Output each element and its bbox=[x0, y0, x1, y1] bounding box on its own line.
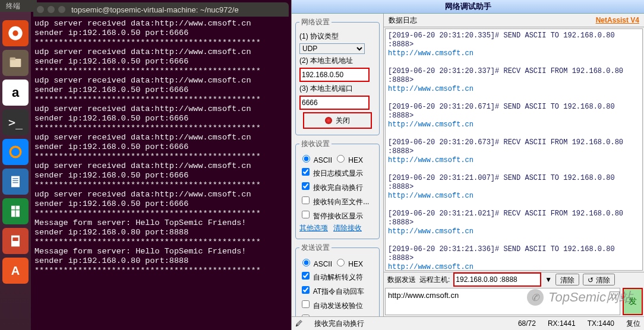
status-bar: 🖉 接收完自动换行 68/72 RX:1441 TX:1440 复位 bbox=[292, 316, 644, 330]
svg-point-5 bbox=[11, 148, 20, 156]
terminal-titlebar: topsemic@topsemic-virtual-machine: ~/nuc… bbox=[33, 2, 289, 17]
data-log-area[interactable]: [2019-06-20 20:31:20.335]# SEND ASCII TO… bbox=[385, 28, 643, 271]
recv-logmode-check[interactable]: 按日志模式显示 bbox=[299, 166, 363, 179]
terminal-output[interactable]: udp server received data:http://www.cmso… bbox=[31, 17, 291, 330]
amazon-icon[interactable]: a bbox=[2, 80, 29, 106]
clear-send-button[interactable]: 清除 bbox=[555, 274, 579, 285]
protocol-select[interactable]: UDP bbox=[299, 43, 365, 54]
other-options-link[interactable]: 其他选项 bbox=[299, 223, 328, 233]
data-log-header: 数据日志 bbox=[389, 15, 417, 26]
recv-pause-check[interactable]: 暂停接收区显示 bbox=[299, 209, 363, 221]
send-ascii-radio[interactable]: ASCII bbox=[299, 257, 332, 268]
clear-button-2[interactable]: ↺ 清除 bbox=[583, 274, 614, 285]
ubuntu-launcher: a >_ A bbox=[0, 0, 31, 330]
send-escape-check[interactable]: 自动解析转义符 bbox=[299, 270, 363, 283]
recv-settings-legend: 接收设置 bbox=[299, 139, 332, 149]
window-close-icon[interactable] bbox=[37, 6, 44, 13]
netassist-titlebar: 网络调试助手 bbox=[292, 0, 644, 14]
remote-host-label: 远程主机: bbox=[419, 275, 450, 285]
local-ip-input[interactable] bbox=[299, 68, 370, 82]
svg-rect-3 bbox=[10, 58, 15, 61]
network-settings-group: 网络设置 (1) 协议类型 UDP (2) 本地主机地址 (3) 本地主机端口 … bbox=[295, 17, 380, 135]
svg-rect-14 bbox=[12, 237, 18, 241]
send-at-check[interactable]: AT指令自动回车 bbox=[299, 284, 364, 297]
window-max-icon[interactable] bbox=[58, 6, 65, 13]
network-settings-legend: 网络设置 bbox=[299, 17, 332, 27]
recv-ascii-radio[interactable]: ASCII bbox=[299, 153, 332, 164]
send-checksum-check[interactable]: 自动发送校验位 bbox=[299, 299, 363, 311]
firefox-icon[interactable] bbox=[2, 139, 29, 165]
send-hex-radio[interactable]: HEX bbox=[334, 257, 363, 268]
data-send-header: 数据发送 bbox=[387, 275, 416, 285]
remote-host-input[interactable] bbox=[453, 272, 541, 287]
recv-settings-group: 接收设置 ASCII HEX 按日志模式显示 接收完自动换行 接收转向至文件..… bbox=[295, 139, 380, 239]
status-rx: RX:1441 bbox=[548, 319, 576, 328]
writer-icon[interactable] bbox=[2, 169, 29, 195]
software-icon[interactable]: A bbox=[2, 258, 29, 284]
recv-autowrap-check[interactable]: 接收完自动换行 bbox=[299, 180, 363, 193]
clear-recv-link[interactable]: 清除接收 bbox=[333, 223, 362, 233]
send-textarea[interactable]: http://www.cmsoft.cn bbox=[385, 288, 620, 315]
protocol-label: (1) 协议类型 bbox=[299, 31, 375, 42]
svg-rect-8 bbox=[12, 180, 18, 181]
svg-point-1 bbox=[12, 30, 18, 36]
settings-panel: 网络设置 (1) 协议类型 UDP (2) 本地主机地址 (3) 本地主机端口 … bbox=[292, 14, 384, 316]
recv-hex-radio[interactable]: HEX bbox=[334, 153, 363, 164]
svg-rect-6 bbox=[11, 176, 20, 188]
calc-icon[interactable] bbox=[2, 198, 29, 224]
remote-dropdown-icon[interactable]: ▼ bbox=[545, 275, 552, 284]
terminal-tab-label: 终端 bbox=[0, 0, 37, 12]
terminal-icon[interactable]: >_ bbox=[2, 109, 29, 135]
files-icon[interactable] bbox=[2, 50, 29, 76]
record-icon bbox=[325, 117, 332, 124]
local-port-input[interactable] bbox=[299, 96, 370, 110]
status-tx: TX:1440 bbox=[588, 319, 614, 328]
status-ready-text: 接收完自动换行 bbox=[314, 319, 364, 329]
window-min-icon[interactable] bbox=[48, 6, 55, 13]
svg-rect-7 bbox=[12, 178, 18, 179]
close-connection-button[interactable]: 关闭 bbox=[303, 112, 372, 129]
svg-rect-9 bbox=[12, 182, 18, 183]
ubuntu-icon[interactable] bbox=[2, 20, 29, 46]
local-ip-label: (2) 本地主机地址 bbox=[299, 56, 375, 66]
send-settings-legend: 发送设置 bbox=[299, 243, 332, 253]
netassist-brand[interactable]: NetAssist V4 bbox=[596, 16, 639, 24]
impress-icon[interactable] bbox=[2, 228, 29, 254]
local-port-label: (3) 本地主机端口 bbox=[299, 84, 375, 94]
recv-tofile-check[interactable]: 接收转向至文件... bbox=[299, 195, 369, 207]
status-reset[interactable]: 复位 bbox=[626, 319, 640, 329]
terminal-title: topsemic@topsemic-virtual-machine: ~/nuc… bbox=[71, 5, 239, 14]
status-ready-icon: 🖉 bbox=[295, 319, 302, 328]
send-button[interactable]: 发 bbox=[623, 288, 643, 315]
send-settings-group: 发送设置 ASCII HEX 自动解析转义符 AT指令自动回车 自动发送校验位 … bbox=[295, 243, 380, 316]
status-count: 68/72 bbox=[518, 319, 536, 328]
